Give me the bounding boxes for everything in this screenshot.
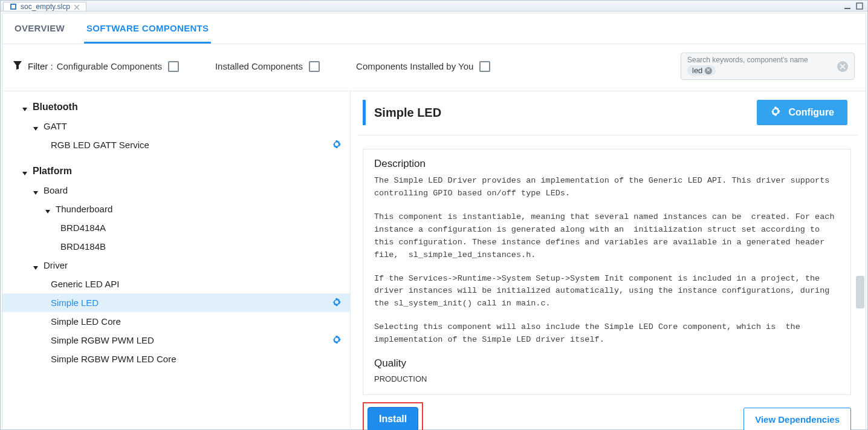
component-tree: Bluetooth GATT RGB LED GATT Service Plat…	[2, 91, 351, 430]
tree-item-generic-led-api[interactable]: Generic LED API	[2, 275, 350, 293]
tree-label: Platform	[33, 166, 72, 177]
filter-icon	[13, 60, 22, 72]
gear-icon	[770, 106, 781, 119]
description-p4: Selecting this component will also inclu…	[374, 321, 840, 347]
subtabs: OVERVIEW SOFTWARE COMPONENTS	[2, 13, 866, 44]
tree-group-thunderboard[interactable]: Thunderboard	[2, 200, 350, 218]
filter-configurable: Configurable Components	[57, 61, 179, 72]
tree-label: Simple LED	[51, 298, 99, 308]
action-row: Install View Dependencies	[351, 395, 866, 430]
tree-label: GATT	[44, 121, 67, 131]
caret-down-icon	[22, 168, 28, 174]
scrollbar-thumb[interactable]	[856, 276, 864, 308]
project-icon	[10, 3, 17, 10]
checkbox-configurable[interactable]	[168, 61, 179, 72]
filter-label: Filter :	[13, 60, 53, 72]
search-input[interactable]: Search keywords, component's name led ✕	[681, 53, 855, 80]
caret-down-icon	[33, 123, 39, 129]
file-tab-label: soc_empty.slcp	[21, 2, 70, 11]
tree-item-brd4184a[interactable]: BRD4184A	[2, 218, 350, 237]
tree-label: Driver	[44, 260, 68, 270]
filter-installed: Installed Components	[215, 61, 320, 72]
checkbox-installed[interactable]	[309, 61, 320, 72]
close-icon[interactable]	[74, 4, 80, 10]
tree-label: BRD4184B	[60, 241, 106, 252]
caret-down-icon	[45, 206, 51, 212]
svg-rect-2	[844, 8, 850, 9]
window-controls	[843, 2, 864, 12]
tree-label: Simple RGBW PWM LED	[51, 335, 154, 345]
tree-label: Generic LED API	[51, 279, 119, 289]
clear-search-icon[interactable]	[837, 61, 848, 72]
description-box: Description The Simple LED Driver provid…	[363, 149, 851, 395]
app-frame: soc_empty.slcp OVERVIEW SOFTWARE COMPONE…	[0, 0, 868, 430]
minimize-icon[interactable]	[843, 2, 852, 12]
caret-down-icon	[33, 187, 39, 194]
view-dependencies-button[interactable]: View Dependencies	[743, 408, 851, 430]
tree-label: BRD4184A	[60, 223, 106, 233]
description-p3: If the Services->Runtime->System Setup->…	[374, 273, 840, 311]
search-placeholder: Search keywords, component's name	[687, 56, 848, 64]
gear-icon[interactable]	[332, 297, 342, 308]
install-highlight: Install	[363, 402, 423, 430]
svg-rect-1	[11, 5, 15, 8]
filter-by-you: Components Installed by You	[356, 61, 490, 72]
checkbox-by-you[interactable]	[479, 61, 490, 72]
editor-tabbar: soc_empty.slcp	[1, 1, 867, 11]
filter-by-you-label: Components Installed by You	[356, 61, 473, 71]
tree-item-rgb-led-gatt-service[interactable]: RGB LED GATT Service	[2, 135, 350, 154]
detail-title: Simple LED	[374, 106, 441, 120]
maximize-icon[interactable]	[855, 2, 864, 12]
tree-group-gatt[interactable]: GATT	[2, 117, 350, 135]
description-p1: The Simple LED Driver provides an implem…	[374, 175, 840, 200]
description-p2: This component is instantiable, meaning …	[374, 211, 840, 262]
tree-item-simple-led-core[interactable]: Simple LED Core	[2, 312, 350, 331]
accent-bar	[363, 100, 366, 125]
filter-bar: Filter : Configurable Components Install…	[2, 44, 866, 91]
description-heading: Description	[374, 158, 840, 170]
tree-item-brd4184b[interactable]: BRD4184B	[2, 237, 350, 256]
chip-remove-icon[interactable]: ✕	[705, 67, 712, 74]
filter-installed-label: Installed Components	[215, 61, 303, 71]
tree-group-platform[interactable]: Platform	[2, 161, 350, 181]
gear-icon[interactable]	[332, 334, 342, 346]
quality-heading: Quality	[374, 357, 840, 370]
tree-label: Simple LED Core	[51, 316, 121, 327]
search-chip-label: led	[692, 66, 702, 75]
tree-group-driver[interactable]: Driver	[2, 256, 350, 275]
detail-panel: Simple LED Configure Description The Sim…	[351, 91, 866, 430]
detail-header: Simple LED Configure	[351, 91, 866, 135]
svg-rect-3	[857, 3, 863, 9]
quality-value: PRODUCTION	[374, 374, 840, 383]
tree-label: Board	[44, 185, 68, 195]
body: Bluetooth GATT RGB LED GATT Service Plat…	[2, 91, 866, 430]
tree-item-simple-rgbw-pwm-led[interactable]: Simple RGBW PWM LED	[2, 331, 350, 350]
file-tab-soc-empty[interactable]: soc_empty.slcp	[3, 2, 86, 11]
tree-group-board[interactable]: Board	[2, 181, 350, 200]
gear-icon[interactable]	[332, 139, 342, 151]
search-chip-led[interactable]: led ✕	[687, 65, 716, 76]
tab-overview[interactable]: OVERVIEW	[12, 18, 67, 44]
tab-software-components[interactable]: SOFTWARE COMPONENTS	[84, 18, 211, 44]
install-button[interactable]: Install	[368, 407, 418, 430]
filter-label-text: Filter :	[28, 61, 53, 71]
tree-label: Bluetooth	[33, 102, 78, 112]
configure-label: Configure	[788, 107, 834, 118]
configure-button[interactable]: Configure	[757, 100, 847, 125]
tree-group-bluetooth[interactable]: Bluetooth	[2, 97, 350, 117]
caret-down-icon	[33, 262, 39, 269]
tree-label: Simple RGBW PWM LED Core	[51, 354, 177, 364]
tree-item-simple-rgbw-pwm-led-core[interactable]: Simple RGBW PWM LED Core	[2, 350, 350, 368]
tree-item-simple-led[interactable]: Simple LED	[2, 293, 350, 312]
caret-down-icon	[22, 104, 28, 110]
tree-label: RGB LED GATT Service	[51, 140, 149, 150]
tree-label: Thunderboard	[56, 204, 112, 214]
filter-configurable-label: Configurable Components	[57, 61, 162, 71]
content: OVERVIEW SOFTWARE COMPONENTS Filter : Co…	[2, 13, 866, 430]
